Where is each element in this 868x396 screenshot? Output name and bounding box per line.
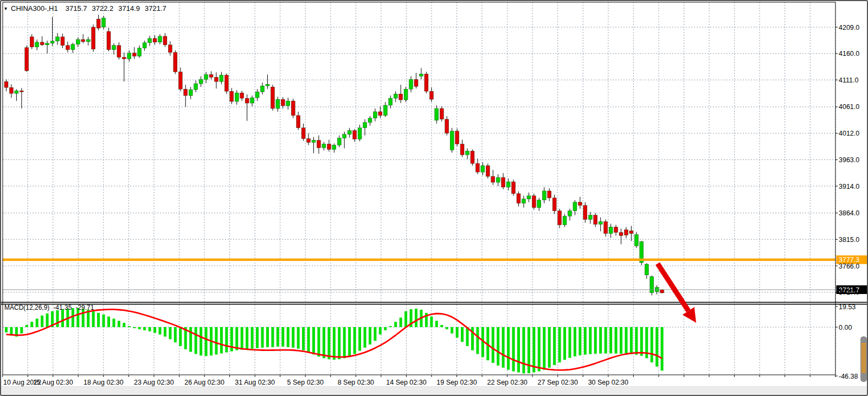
ohlc-low: 3714.9 bbox=[118, 4, 140, 12]
axis-label: 19.53 bbox=[839, 303, 856, 311]
ohlc-open: 3715.7 bbox=[66, 4, 87, 12]
macd-indicator-label: MACD(12,26,9) -41.35 -29.71 bbox=[4, 304, 98, 311]
axis-label: 3815.0 bbox=[839, 236, 859, 244]
symbol-label: CHINA300-,H1 bbox=[11, 4, 58, 12]
macd-main-value: -41.35 bbox=[53, 304, 72, 311]
chart-canvas[interactable]: 3777.33721.74209.04160.04111.04061.04012… bbox=[0, 0, 868, 396]
axis-label: 3766.0 bbox=[839, 263, 859, 270]
chart-title: ▾ CHINA300-,H1 3715.7 3722.2 3714.9 3721… bbox=[4, 4, 171, 12]
axis-label: 4111.0 bbox=[839, 76, 858, 84]
macd-name: MACD(12,26,9) bbox=[4, 304, 49, 311]
macd-signal-value: -29.71 bbox=[75, 304, 94, 311]
axis-label: 5 Sep 02:30 bbox=[287, 379, 324, 386]
axis-label: 8 Sep 02:30 bbox=[338, 379, 374, 386]
axis-label: 30 Sep 02:30 bbox=[588, 379, 628, 386]
axis-label: 22 Sep 02:30 bbox=[487, 379, 527, 386]
axis-label: 15 Aug 02:30 bbox=[33, 379, 73, 386]
axis-label: 27 Sep 02:30 bbox=[538, 379, 578, 386]
bottom-strip bbox=[1, 387, 867, 395]
axis-label: -46.38 bbox=[839, 373, 858, 380]
axis-label: 18 Aug 02:30 bbox=[83, 379, 124, 386]
ohlc-close: 3721.7 bbox=[145, 4, 166, 12]
axis-label: 4061.0 bbox=[839, 103, 859, 111]
axis-label: 3914.0 bbox=[839, 183, 859, 190]
axis-label: 19 Sep 02:30 bbox=[436, 379, 477, 386]
axis-label: 0.00 bbox=[839, 324, 852, 331]
axis-label: 3717.0 bbox=[839, 289, 859, 296]
mt4-chart-window: 3777.33721.74209.04160.04111.04061.04012… bbox=[0, 0, 868, 396]
ohlc-high: 3722.2 bbox=[92, 4, 114, 12]
axis-label: 23 Aug 02:30 bbox=[134, 379, 174, 386]
scrollbar-thumb[interactable] bbox=[860, 336, 867, 382]
axis-label: 14 Sep 02:30 bbox=[386, 379, 426, 386]
symbol-dropdown-icon[interactable]: ▾ bbox=[4, 6, 7, 11]
axis-label: 31 Aug 02:30 bbox=[235, 379, 275, 386]
axis-label: 26 Aug 02:30 bbox=[184, 379, 224, 386]
axis-label: 3864.0 bbox=[839, 209, 859, 217]
axis-label: 4209.0 bbox=[839, 24, 859, 31]
axis-label: 4012.0 bbox=[839, 130, 859, 137]
axis-label: 4160.0 bbox=[839, 50, 859, 58]
axis-label: 3963.0 bbox=[839, 156, 859, 164]
